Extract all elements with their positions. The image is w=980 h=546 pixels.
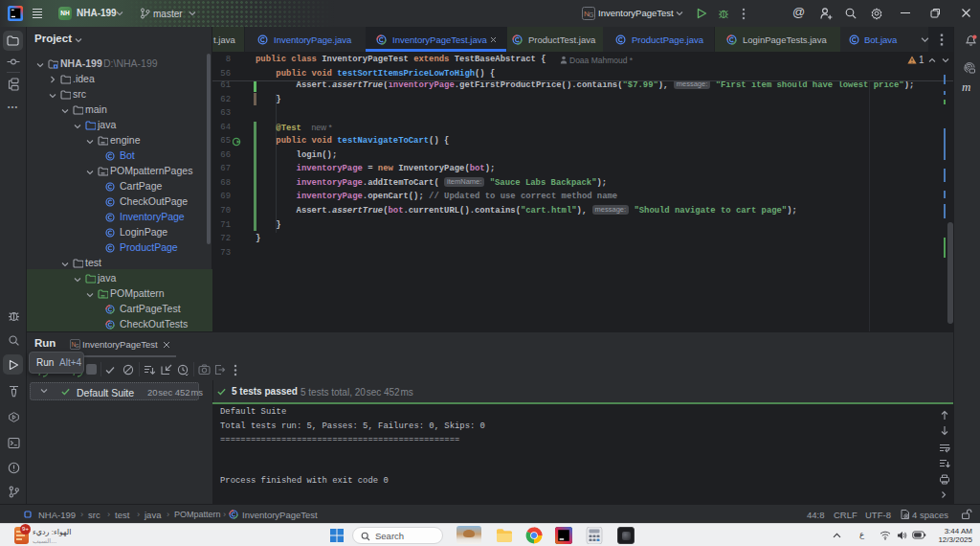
svg-text:G: G: [589, 11, 593, 18]
svg-text:G: G: [76, 343, 79, 349]
